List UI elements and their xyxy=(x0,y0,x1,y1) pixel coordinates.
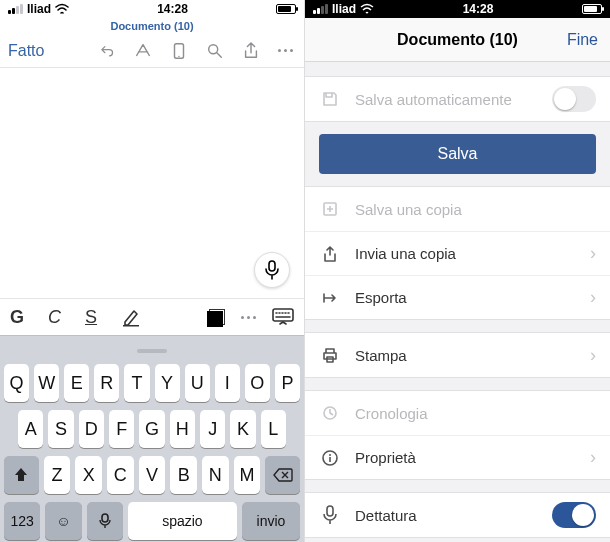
undo-icon[interactable] xyxy=(98,42,116,60)
wifi-icon xyxy=(55,3,69,15)
key-o[interactable]: O xyxy=(245,364,270,402)
keyboard-toggle-icon[interactable] xyxy=(272,308,294,326)
status-bar: Iliad 14:28 xyxy=(0,0,304,18)
key-row-3: ZXCVBNM xyxy=(4,456,300,494)
editor-screen: Iliad 14:28 Documento (10) Fatto G C S xyxy=(0,0,305,542)
key-m[interactable]: M xyxy=(234,456,261,494)
search-icon[interactable] xyxy=(206,42,224,60)
battery-icon xyxy=(276,4,296,14)
svg-rect-4 xyxy=(123,325,139,327)
carrier-label: Iliad xyxy=(27,2,51,16)
print-label: Stampa xyxy=(355,347,407,364)
key-row-2: ASDFGHJKL xyxy=(4,410,300,448)
key-s[interactable]: S xyxy=(48,410,73,448)
properties-label: Proprietà xyxy=(355,449,416,466)
mic-key[interactable] xyxy=(87,502,123,540)
export-label: Esporta xyxy=(355,289,407,306)
key-l[interactable]: L xyxy=(261,410,286,448)
history-icon xyxy=(319,404,341,422)
key-w[interactable]: W xyxy=(34,364,59,402)
done-button[interactable]: Fine xyxy=(567,31,598,49)
space-key[interactable]: spazio xyxy=(128,502,237,540)
autosave-toggle[interactable] xyxy=(552,86,596,112)
key-e[interactable]: E xyxy=(64,364,89,402)
export-icon xyxy=(319,289,341,307)
mobile-view-icon[interactable] xyxy=(170,42,188,60)
chevron-right-icon: › xyxy=(590,243,596,264)
underline-button[interactable]: S xyxy=(85,307,97,328)
file-menu-screen: Iliad 14:28 Documento (10) Fine Salva au… xyxy=(305,0,610,542)
svg-rect-5 xyxy=(273,309,293,321)
properties-row[interactable]: Proprietà › xyxy=(305,435,610,479)
bold-button[interactable]: G xyxy=(10,307,24,328)
enter-key[interactable]: invio xyxy=(242,502,300,540)
autosave-label: Salva automaticamente xyxy=(355,91,512,108)
document-canvas[interactable] xyxy=(0,68,304,298)
backspace-key[interactable] xyxy=(265,456,300,494)
dictation-toggle[interactable] xyxy=(552,502,596,528)
battery-icon xyxy=(582,4,602,14)
key-u[interactable]: U xyxy=(185,364,210,402)
key-p[interactable]: P xyxy=(275,364,300,402)
numbers-key[interactable]: 123 xyxy=(4,502,40,540)
key-k[interactable]: K xyxy=(230,410,255,448)
key-v[interactable]: V xyxy=(139,456,166,494)
key-r[interactable]: R xyxy=(94,364,119,402)
key-q[interactable]: Q xyxy=(4,364,29,402)
svg-rect-3 xyxy=(269,261,275,271)
svg-point-1 xyxy=(178,55,179,56)
key-n[interactable]: N xyxy=(202,456,229,494)
signal-icon xyxy=(313,4,328,14)
key-c[interactable]: C xyxy=(107,456,134,494)
document-title[interactable]: Documento (10) xyxy=(0,18,304,34)
key-t[interactable]: T xyxy=(124,364,149,402)
save-copy-icon xyxy=(319,200,341,218)
key-x[interactable]: X xyxy=(75,456,102,494)
carrier-label: Iliad xyxy=(332,2,356,16)
save-button[interactable]: Salva xyxy=(319,134,596,174)
key-g[interactable]: G xyxy=(139,410,164,448)
chevron-right-icon: › xyxy=(590,447,596,468)
dictation-fab[interactable] xyxy=(254,252,290,288)
key-b[interactable]: B xyxy=(170,456,197,494)
sheet-title: Documento (10) xyxy=(397,31,518,49)
export-row[interactable]: Esporta › xyxy=(305,275,610,319)
clock: 14:28 xyxy=(157,2,188,16)
emoji-key[interactable]: ☺ xyxy=(45,502,81,540)
key-y[interactable]: Y xyxy=(155,364,180,402)
shift-key[interactable] xyxy=(4,456,39,494)
share-icon[interactable] xyxy=(242,42,260,60)
signal-icon xyxy=(8,4,23,14)
italic-button[interactable]: C xyxy=(48,307,61,328)
key-d[interactable]: D xyxy=(79,410,104,448)
clock: 14:28 xyxy=(463,2,494,16)
format-more-icon[interactable] xyxy=(241,316,256,319)
more-icon[interactable] xyxy=(278,42,296,60)
mic-icon xyxy=(319,505,341,525)
svg-rect-12 xyxy=(327,506,333,516)
history-row: Cronologia xyxy=(305,391,610,435)
dictation-row[interactable]: Dettatura xyxy=(305,493,610,537)
key-a[interactable]: A xyxy=(18,410,43,448)
keyboard: QWERTYUIOP ASDFGHJKL ZXCVBNM 123 ☺ spazi… xyxy=(0,336,304,542)
done-button[interactable]: Fatto xyxy=(8,42,44,60)
format-bar: G C S xyxy=(0,298,304,336)
svg-rect-6 xyxy=(102,514,108,522)
key-i[interactable]: I xyxy=(215,364,240,402)
chevron-right-icon: › xyxy=(590,287,596,308)
key-j[interactable]: J xyxy=(200,410,225,448)
key-h[interactable]: H xyxy=(170,410,195,448)
print-row[interactable]: Stampa › xyxy=(305,333,610,377)
svg-rect-11 xyxy=(329,457,331,462)
info-icon xyxy=(319,449,341,467)
keyboard-handle[interactable] xyxy=(137,349,167,353)
highlight-icon[interactable] xyxy=(121,307,141,327)
autosave-row: Salva automaticamente xyxy=(305,77,610,121)
send-copy-row[interactable]: Invia una copia › xyxy=(305,231,610,275)
styles-icon[interactable] xyxy=(134,42,152,60)
key-f[interactable]: F xyxy=(109,410,134,448)
color-swatch-icon[interactable] xyxy=(209,309,225,325)
key-row-1: QWERTYUIOP xyxy=(4,364,300,402)
save-copy-row: Salva una copia xyxy=(305,187,610,231)
key-z[interactable]: Z xyxy=(44,456,71,494)
